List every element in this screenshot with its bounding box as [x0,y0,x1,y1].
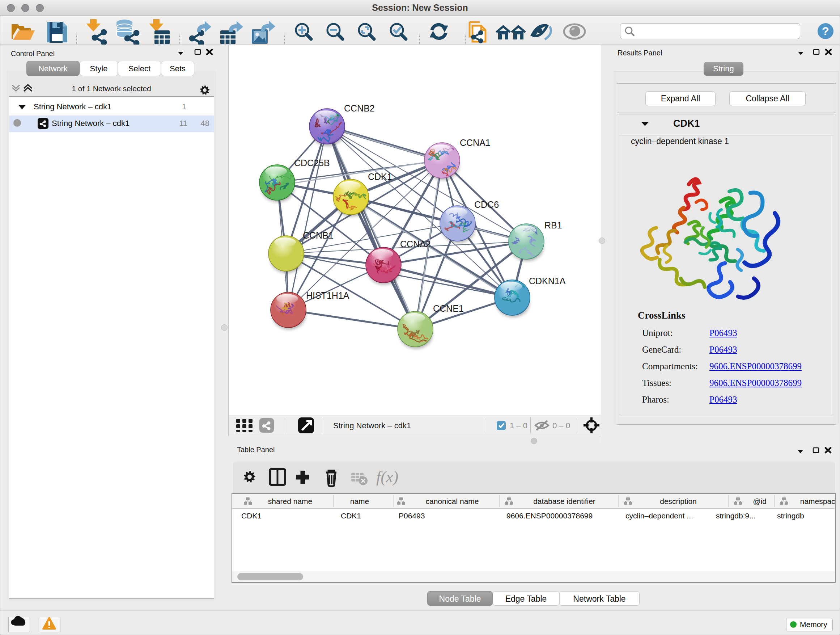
svg-text:CDC6: CDC6 [474,200,499,210]
svg-text:CCNA2: CCNA2 [400,239,431,249]
svg-text:CCNB2: CCNB2 [344,103,375,113]
svg-text:RB1: RB1 [545,220,562,230]
svg-text:CCNB1: CCNB1 [303,230,333,241]
svg-text:shared name: shared name [268,497,313,505]
svg-text:CDKN1A: CDKN1A [529,276,566,286]
svg-text:HIST1H1A: HIST1H1A [306,290,349,301]
svg-text:database identifier: database identifier [533,497,595,505]
svg-text:name: name [350,497,369,505]
svg-text:CCNE1: CCNE1 [433,303,464,314]
svg-text:?: ? [822,25,829,38]
svg-text:CCNA1: CCNA1 [460,138,491,148]
svg-text:1 of 1 Network selected: 1 of 1 Network selected [72,84,151,93]
svg-text:String Network – cdk1: String Network – cdk1 [333,421,411,430]
svg-text:f(x): f(x) [376,468,398,486]
svg-text:CDC25B: CDC25B [294,158,330,168]
svg-text:@id: @id [753,497,767,505]
svg-text:1 – 0: 1 – 0 [510,421,527,430]
svg-text:CDK1: CDK1 [368,172,392,182]
svg-text:canonical name: canonical name [425,497,478,505]
svg-text:namespace: namespace [800,497,835,505]
svg-text:0 – 0: 0 – 0 [553,421,570,430]
svg-text:description: description [660,497,697,505]
